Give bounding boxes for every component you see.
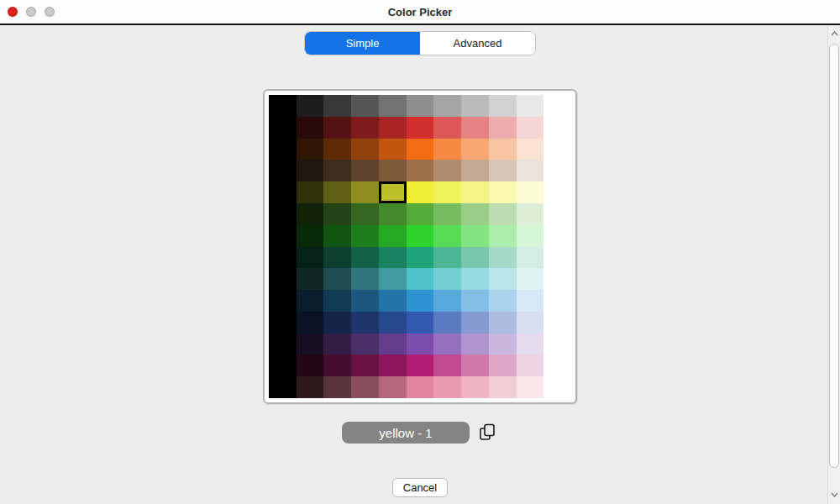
copy-button[interactable] (476, 423, 498, 445)
color-swatch[interactable] (379, 95, 407, 117)
zoom-button[interactable] (45, 7, 55, 17)
color-swatch[interactable] (351, 354, 379, 376)
color-swatch[interactable] (433, 333, 461, 355)
color-swatch[interactable] (407, 139, 434, 160)
color-swatch[interactable] (269, 160, 297, 181)
color-swatch[interactable] (517, 225, 544, 247)
color-swatch[interactable] (297, 354, 324, 376)
color-swatch[interactable] (269, 333, 297, 355)
scroll-up-icon[interactable] (828, 28, 840, 39)
color-swatch[interactable] (489, 225, 517, 247)
color-swatch[interactable] (461, 354, 489, 376)
color-swatch[interactable] (379, 160, 407, 181)
color-swatch[interactable] (489, 203, 517, 225)
color-swatch[interactable] (461, 247, 489, 269)
color-swatch[interactable] (323, 225, 351, 247)
color-swatch[interactable] (543, 333, 571, 355)
color-swatch[interactable] (379, 268, 407, 290)
color-swatch[interactable] (297, 117, 324, 139)
color-swatch[interactable] (461, 333, 489, 355)
color-swatch[interactable] (323, 203, 351, 225)
color-swatch[interactable] (433, 139, 461, 160)
color-swatch[interactable] (461, 139, 489, 160)
color-swatch[interactable] (407, 225, 434, 247)
color-swatch[interactable] (269, 95, 297, 117)
color-swatch[interactable] (407, 333, 434, 355)
color-swatch[interactable] (543, 225, 571, 247)
color-swatch[interactable] (323, 290, 351, 312)
color-swatch[interactable] (433, 181, 461, 203)
color-swatch[interactable] (323, 181, 351, 203)
color-swatch[interactable] (407, 312, 434, 333)
color-swatch[interactable] (323, 312, 351, 333)
color-swatch[interactable] (433, 160, 461, 181)
color-swatch[interactable] (517, 247, 544, 269)
color-swatch[interactable] (351, 333, 379, 355)
scrollbar[interactable] (827, 25, 840, 504)
color-swatch[interactable] (433, 312, 461, 333)
color-swatch[interactable] (461, 290, 489, 312)
selected-color-label-button[interactable]: yellow - 1 (342, 422, 470, 444)
color-swatch[interactable] (543, 139, 571, 160)
color-swatch[interactable] (269, 225, 297, 247)
color-swatch[interactable] (517, 333, 544, 355)
color-swatch[interactable] (517, 160, 544, 181)
color-swatch[interactable] (489, 268, 517, 290)
color-swatch[interactable] (517, 181, 544, 203)
color-swatch[interactable] (323, 354, 351, 376)
color-swatch[interactable] (351, 95, 379, 117)
color-swatch[interactable] (379, 225, 407, 247)
color-swatch[interactable] (517, 95, 544, 117)
color-swatch[interactable] (461, 117, 489, 139)
color-swatch[interactable] (517, 312, 544, 333)
color-swatch[interactable] (517, 354, 544, 376)
color-swatch[interactable] (323, 117, 351, 139)
color-swatch[interactable] (269, 376, 297, 398)
color-swatch[interactable] (543, 247, 571, 269)
color-swatch[interactable] (489, 333, 517, 355)
color-swatch[interactable] (351, 203, 379, 225)
color-swatch[interactable] (517, 203, 544, 225)
color-swatch[interactable] (489, 247, 517, 269)
color-swatch[interactable] (489, 160, 517, 181)
color-swatch[interactable] (379, 247, 407, 269)
color-swatch[interactable] (269, 290, 297, 312)
color-swatch[interactable] (433, 376, 461, 398)
color-swatch[interactable] (297, 376, 324, 398)
color-swatch[interactable] (433, 95, 461, 117)
color-swatch[interactable] (351, 376, 379, 398)
color-swatch[interactable] (461, 160, 489, 181)
color-swatch[interactable] (351, 139, 379, 160)
color-swatch[interactable] (407, 247, 434, 269)
color-swatch[interactable] (517, 139, 544, 160)
color-swatch[interactable] (489, 181, 517, 203)
color-swatch[interactable] (543, 95, 571, 117)
color-swatch[interactable] (379, 203, 407, 225)
color-swatch[interactable] (269, 203, 297, 225)
minimize-button[interactable] (26, 7, 36, 17)
color-swatch[interactable] (407, 290, 434, 312)
color-swatch[interactable] (489, 312, 517, 333)
color-swatch[interactable] (461, 376, 489, 398)
color-swatch[interactable] (517, 268, 544, 290)
tab-simple[interactable]: Simple (305, 32, 420, 55)
color-swatch[interactable] (297, 333, 324, 355)
color-swatch[interactable] (543, 203, 571, 225)
close-button[interactable] (8, 7, 18, 17)
color-swatch[interactable] (269, 354, 297, 376)
color-swatch[interactable] (543, 312, 571, 333)
color-swatch[interactable] (269, 139, 297, 160)
color-swatch[interactable] (461, 181, 489, 203)
color-swatch[interactable] (379, 290, 407, 312)
color-swatch[interactable] (269, 312, 297, 333)
color-swatch[interactable] (379, 312, 407, 333)
color-swatch[interactable] (379, 333, 407, 355)
color-swatch[interactable] (379, 354, 407, 376)
color-swatch[interactable] (323, 268, 351, 290)
color-swatch[interactable] (269, 247, 297, 269)
color-swatch[interactable] (407, 160, 434, 181)
color-swatch[interactable] (543, 160, 571, 181)
color-swatch[interactable] (461, 268, 489, 290)
color-swatch[interactable] (323, 333, 351, 355)
color-swatch[interactable] (461, 95, 489, 117)
